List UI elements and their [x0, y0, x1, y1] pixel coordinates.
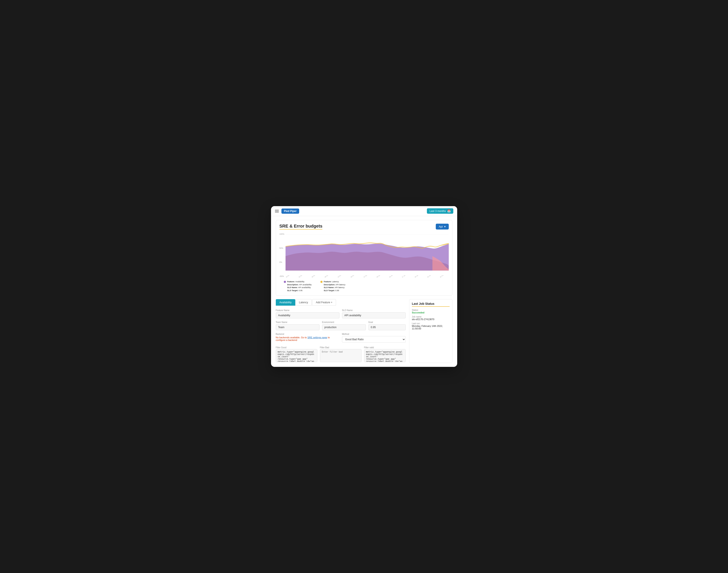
- x-label-2: 22 Nov 00:00: [298, 275, 306, 278]
- filter-valid-group: Filter valid metric.type="appengine.goog…: [364, 345, 406, 363]
- form-section: Availability Latency Add Feature + Featu…: [276, 299, 406, 363]
- y-label-100: 100%: [280, 233, 284, 235]
- legend-dot-latency: [321, 281, 323, 283]
- x-label-7: 27 Dec 00:00: [363, 275, 372, 278]
- app-header: Pied Piper Last 3 months 📅: [271, 206, 457, 216]
- method-group: Method Good Bad Ratio Request Based: [342, 333, 406, 343]
- team-name-group: Team Name: [276, 321, 320, 330]
- chart-legend: Feature: Availability Description: API a…: [280, 280, 449, 292]
- y-label-neg50: -50%: [280, 275, 284, 277]
- x-label-1: 15 Nov 00:00: [286, 275, 294, 278]
- date-range-button[interactable]: Last 3 months 📅: [427, 208, 453, 214]
- job-status-title: Last Job Status: [412, 302, 450, 307]
- api-dropdown-button[interactable]: Api ▾: [436, 224, 449, 229]
- x-label-12: 31 Jan 00:00: [427, 275, 435, 278]
- sre-settings-link[interactable]: SRE settings page: [307, 336, 327, 339]
- status-row: Status: Succeeded: [412, 309, 450, 314]
- job-name-row: Job name: slo-of2170-27413870: [412, 316, 450, 321]
- chart-wrapper: 100% 50% 0% -50%: [280, 232, 449, 278]
- goal-input[interactable]: [369, 324, 406, 330]
- team-name-input[interactable]: [276, 324, 320, 330]
- y-label-50: 50%: [280, 247, 284, 249]
- goal-label: Goal: [369, 321, 406, 323]
- filter-valid-label: Filter valid: [364, 346, 374, 349]
- filter-good-label: Filter Good: [276, 346, 286, 349]
- team-name-label: Team Name: [276, 321, 320, 323]
- dropdown-arrow-icon: ▾: [444, 225, 446, 228]
- slo-name-input[interactable]: [342, 312, 406, 318]
- filter-bad-group: Filter Bad: [320, 345, 361, 363]
- method-select[interactable]: Good Bad Ratio Request Based: [342, 336, 406, 343]
- backend-group: Backend No backends available. Go to SRE…: [276, 333, 339, 343]
- x-label-10: 17 Jan 00:00: [401, 275, 409, 278]
- form-row-backend: Backend No backends available. Go to SRE…: [276, 333, 406, 343]
- legend-dot-availability: [284, 281, 286, 283]
- hamburger-menu[interactable]: [275, 210, 279, 212]
- slo-name-group: SLO Name: [342, 309, 406, 318]
- chart-header: SRE & Error budgets Api ▾: [280, 224, 449, 229]
- form-row-team: Team Name Environment Goal: [276, 321, 406, 330]
- filter-good-textarea[interactable]: metric.type="appengine.googleapis.com/ht…: [276, 349, 318, 362]
- backend-warning-text: No backends available. Go to: [276, 336, 307, 339]
- legend-item-availability: Feature: Availability Description: API a…: [284, 280, 312, 292]
- chart-section: SRE & Error budgets Api ▾ 100% 50% 0% -5…: [276, 220, 452, 296]
- job-name-label: Job name:: [412, 316, 450, 318]
- main-content: SRE & Error budgets Api ▾ 100% 50% 0% -5…: [271, 216, 457, 367]
- legend-text-availability: Feature: Availability Description: API a…: [287, 280, 312, 292]
- brand-badge: Pied Piper: [281, 209, 299, 214]
- filter-bad-label: Filter Bad: [320, 346, 329, 349]
- backend-warning: No backends available. Go to SRE setting…: [276, 336, 339, 341]
- date-range-label: Last 3 months: [430, 210, 446, 213]
- status-value: Succeeded: [412, 311, 450, 314]
- last-run-label: Last run:: [412, 322, 450, 325]
- legend-text-latency: Feature: Latency Description: API latenc…: [324, 280, 345, 292]
- outer-background: Pied Piper Last 3 months 📅 SRE & Error b…: [267, 209, 462, 364]
- chart-svg: [286, 232, 449, 275]
- calendar-icon: 📅: [447, 209, 451, 213]
- x-label-3: 29 Nov 00:00: [311, 275, 320, 278]
- x-label-4: 06 Dec 00:00: [324, 275, 333, 278]
- y-axis-labels: 100% 50% 0% -50%: [280, 232, 284, 278]
- feature-name-label: Feature Name: [276, 309, 339, 311]
- app-window: Pied Piper Last 3 months 📅 SRE & Error b…: [271, 206, 457, 367]
- api-dropdown-label: Api: [439, 225, 443, 228]
- backend-label: Backend: [276, 333, 339, 335]
- form-row-names: Feature Name SLO Name: [276, 309, 406, 318]
- feature-name-input[interactable]: [276, 312, 339, 318]
- chart-area: [286, 232, 449, 275]
- environment-label: Environment: [322, 321, 366, 323]
- last-run-row: Last run: Monday, February 14th 2022, 11…: [412, 322, 450, 330]
- last-run-value: Monday, February 14th 2022, 11:50:00: [412, 325, 450, 330]
- y-label-0: 0%: [280, 261, 284, 263]
- method-label: Method: [342, 333, 406, 335]
- legend-item-latency: Feature: Latency Description: API latenc…: [321, 280, 345, 292]
- x-axis-labels: 15 Nov 00:00 22 Nov 00:00 29 Nov 00:00 0…: [286, 275, 449, 278]
- tab-add-feature[interactable]: Add Feature +: [312, 299, 336, 306]
- filter-good-group: Filter Good metric.type="appengine.googl…: [276, 345, 318, 363]
- filter-row: Filter Good metric.type="appengine.googl…: [276, 345, 406, 363]
- filter-valid-textarea[interactable]: metric.type="appengine.googleapis.com/ht…: [364, 349, 406, 362]
- tabs-row: Availability Latency Add Feature +: [276, 299, 406, 306]
- filter-bad-textarea[interactable]: [320, 349, 361, 362]
- goal-group: Goal: [369, 321, 406, 330]
- tab-availability[interactable]: Availability: [276, 299, 295, 306]
- job-name-value: slo-of2170-27413870: [412, 318, 450, 321]
- x-label-9: 10 Jan 00:00: [389, 275, 397, 278]
- x-label-6: 20 Dec 00:00: [350, 275, 358, 278]
- bottom-layout: Availability Latency Add Feature + Featu…: [276, 299, 452, 363]
- job-status-panel: Last Job Status Status: Succeeded Job na…: [409, 299, 452, 363]
- environment-group: Environment: [322, 321, 366, 330]
- x-label-11: 24 Jan 00:00: [414, 275, 422, 278]
- header-left: Pied Piper: [275, 209, 299, 214]
- chart-title: SRE & Error budgets: [280, 224, 323, 229]
- slo-name-label: SLO Name: [342, 309, 406, 311]
- tab-latency[interactable]: Latency: [295, 299, 312, 306]
- x-label-13: 07 Feb 00:00: [440, 275, 448, 278]
- environment-input[interactable]: [322, 324, 366, 330]
- x-label-5: 13 Dec 00:00: [337, 275, 345, 278]
- x-label-8: 03 Jan 00:00: [376, 275, 384, 278]
- feature-name-group: Feature Name: [276, 309, 339, 318]
- status-label: Status:: [412, 309, 450, 311]
